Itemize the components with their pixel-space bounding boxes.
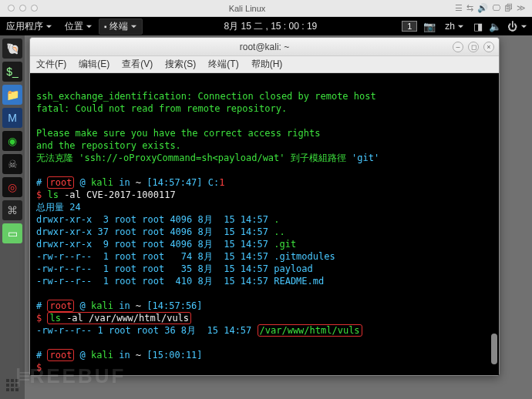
network-icon[interactable]: ◨ (470, 21, 486, 32)
tray-icon[interactable]: 🔊 (477, 3, 488, 13)
output-line: 总用量 24 (36, 202, 81, 213)
desktop-menubar: 应用程序 位置 ▪终端 8月 15 二 , 15 : 00 : 19 1 📷 z… (0, 17, 532, 35)
output-line: ssh_exchange_identification: Connection … (36, 91, 376, 102)
dock-app-radar[interactable]: ◎ (2, 177, 22, 197)
traffic-dot (31, 5, 38, 12)
command-line: $ ls -al /var/www/html/vuls (36, 312, 191, 324)
output-line: -rw-r--r-- 1 root root 36 8月 15 14:57 /v… (36, 324, 362, 337)
os-titlebar: Kali Linux ☰ ⇆ 🔊 🖵 🗐 ≫ (0, 0, 532, 17)
command-line: $ ls -al CVE-2017-1000117 (36, 189, 176, 200)
minimize-icon[interactable]: – (453, 42, 463, 52)
power-icon[interactable]: ⏻ (504, 21, 520, 32)
scrollbar[interactable] (491, 76, 497, 372)
lang-indicator[interactable]: zh (439, 21, 470, 32)
menu-search[interactable]: 搜索(S) (159, 58, 202, 71)
prompt-line: # root @ kali in ~ [15:00:11] (36, 349, 203, 361)
watermark: |≡REEBUF (15, 364, 126, 388)
close-icon[interactable]: × (483, 42, 494, 52)
terminal-title: root@kali: ~ (240, 42, 290, 52)
os-tray: ☰ ⇆ 🔊 🖵 🗐 ≫ (449, 3, 532, 13)
taskbar-terminal[interactable]: ▪终端 (99, 18, 143, 35)
menu-applications[interactable]: 应用程序 (0, 20, 59, 33)
dock: 🐚 $_ 📁 M ◉ ☠ ◎ ⌘ ▭ (0, 35, 25, 399)
camera-icon[interactable]: 📷 (420, 21, 439, 32)
menu-terminal[interactable]: 终端(T) (202, 58, 244, 71)
menu-file[interactable]: 文件(F) (30, 58, 72, 71)
output-line: -rw-r--r-- 1 root root 410 8月 15 14:57 R… (36, 276, 324, 287)
dock-app-shell[interactable]: 🐚 (2, 39, 22, 59)
terminal-titlebar[interactable]: root@kali: ~ – ◻ × (30, 38, 499, 56)
output-line: drwxr-xr-x 9 root root 4096 8月 15 14:57 … (36, 239, 296, 250)
dock-app-terminal[interactable]: $_ (2, 62, 22, 82)
tray-icon[interactable]: ≫ (517, 3, 526, 13)
tray-icon[interactable]: ⇆ (466, 3, 473, 13)
maximize-icon[interactable]: ◻ (468, 42, 479, 52)
menu-view[interactable]: 查看(V) (116, 58, 159, 71)
workspace-indicator[interactable]: 1 (402, 21, 417, 32)
terminal-menu: 文件(F) 编辑(E) 查看(V) 搜索(S) 终端(T) 帮助(H) (30, 56, 499, 73)
output-line: -rw-r--r-- 1 root root 74 8月 15 14:57 .g… (36, 251, 335, 262)
menu-places[interactable]: 位置 (59, 20, 99, 33)
output-line: and the repository exists. (36, 140, 181, 151)
dock-app-armitage[interactable]: ◉ (2, 131, 22, 151)
traffic-dot (8, 5, 15, 12)
output-line: fatal: Could not read from remote reposi… (36, 103, 287, 114)
menu-help[interactable]: 帮助(H) (245, 58, 289, 71)
dock-app-metasploit[interactable]: M (2, 108, 22, 128)
tray-icon[interactable]: 🖵 (492, 3, 500, 13)
volume-icon[interactable]: 🔈 (486, 21, 504, 32)
output-line: 无法克隆 'ssh://-oProxyCommand=sh<payload/wa… (36, 153, 379, 163)
output-line: drwxr-xr-x 37 root root 4096 8月 15 14:57… (36, 226, 285, 237)
traffic-dot (19, 5, 26, 12)
tray-icon[interactable]: ☰ (455, 3, 463, 13)
terminal-body[interactable]: ssh_exchange_identification: Connection … (30, 73, 499, 375)
dock-app-tool[interactable]: ⌘ (2, 200, 22, 220)
os-title: Kali Linux (45, 4, 449, 13)
dock-app-notes[interactable]: ▭ (2, 223, 22, 243)
output-line: drwxr-xr-x 3 root root 4096 8月 15 14:57 … (36, 214, 279, 225)
menu-edit[interactable]: 编辑(E) (72, 58, 116, 71)
clock[interactable]: 8月 15 二 , 15 : 00 : 19 (220, 20, 322, 33)
prompt-line: # root @ kali in ~ [14:57:56] (36, 300, 203, 312)
terminal-window: root@kali: ~ – ◻ × 文件(F) 编辑(E) 查看(V) 搜索(… (29, 37, 500, 376)
dock-app-social[interactable]: ☠ (2, 154, 22, 174)
output-line: Please make sure you have the correct ac… (36, 128, 320, 139)
output-line: -rw-r--r-- 1 root root 35 8月 15 14:57 pa… (36, 263, 313, 274)
dock-app-files[interactable]: 📁 (2, 85, 22, 105)
scrollbar-thumb[interactable] (491, 334, 497, 364)
tray-icon[interactable]: 🗐 (504, 3, 513, 13)
prompt-line: # root @ kali in ~ [14:57:47] C:1 (36, 176, 224, 189)
